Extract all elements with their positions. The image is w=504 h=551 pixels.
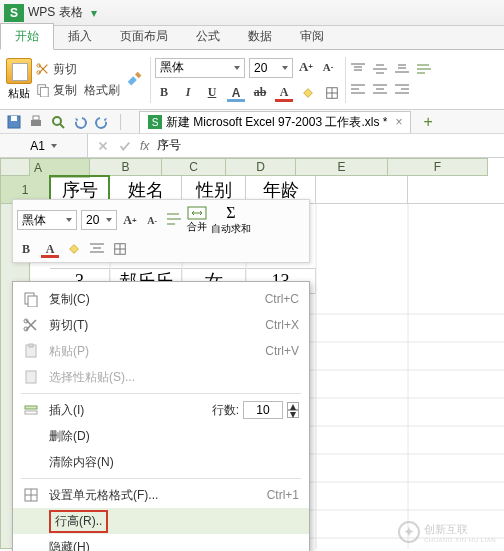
menu-copy-label: 复制(C): [49, 291, 90, 308]
menu-paste-shortcut: Ctrl+V: [265, 344, 299, 358]
menu-paste-special: 选择性粘贴(S)...: [13, 364, 309, 390]
align-left-icon[interactable]: [350, 83, 366, 97]
col-header-b[interactable]: B: [90, 158, 162, 176]
print-icon[interactable]: [28, 114, 44, 130]
copy-icon[interactable]: [36, 83, 50, 97]
document-tab[interactable]: S 新建 Microsoft Excel 97-2003 工作表.xls * ×: [139, 111, 411, 133]
formula-value[interactable]: 序号: [157, 137, 181, 154]
menu-insert-label: 插入(I): [49, 402, 84, 419]
watermark-line1: 创新互联: [424, 522, 496, 537]
rows-input[interactable]: [243, 401, 283, 419]
increase-font-button[interactable]: A+: [297, 58, 315, 76]
rows-spinner[interactable]: ▴▾: [287, 402, 299, 418]
clear-format-button[interactable]: A: [227, 84, 245, 102]
fx-label[interactable]: fx: [140, 139, 149, 153]
clipboard-special-icon: [23, 369, 39, 385]
align-top-icon[interactable]: [350, 63, 366, 77]
col-header-c[interactable]: C: [162, 158, 226, 176]
mini-size-select[interactable]: 20: [81, 210, 117, 230]
bold-button[interactable]: B: [155, 84, 173, 102]
svg-rect-32: [28, 296, 37, 307]
cancel-icon[interactable]: [96, 139, 110, 153]
menu-copy[interactable]: 复制(C)Ctrl+C: [13, 286, 309, 312]
font-color-button[interactable]: A: [275, 84, 293, 102]
font-size-select[interactable]: 20: [249, 58, 293, 78]
menu-cut-label: 剪切(T): [49, 317, 88, 334]
menu-format-cells[interactable]: 设置单元格格式(F)...Ctrl+1: [13, 482, 309, 508]
mini-wrap-icon[interactable]: [165, 211, 183, 229]
col-header-f[interactable]: F: [388, 158, 488, 176]
menu-cut[interactable]: 剪切(T)Ctrl+X: [13, 312, 309, 338]
border-button[interactable]: [323, 84, 341, 102]
tab-insert[interactable]: 插入: [54, 24, 106, 49]
svg-rect-9: [31, 120, 41, 126]
copy-fmt-row: 复制 格式刷: [36, 82, 120, 99]
tab-data[interactable]: 数据: [234, 24, 286, 49]
cell-e1[interactable]: [316, 176, 408, 204]
menu-hide[interactable]: 隐藏(H): [13, 534, 309, 551]
tab-start[interactable]: 开始: [0, 23, 54, 50]
svg-rect-39: [25, 411, 37, 414]
mini-fill[interactable]: [65, 240, 83, 258]
col-header-d[interactable]: D: [226, 158, 296, 176]
svg-rect-10: [33, 116, 39, 120]
name-box[interactable]: A1: [0, 134, 88, 157]
mini-fontcolor[interactable]: A: [41, 240, 59, 258]
app-menu-dropdown[interactable]: ▾: [83, 2, 105, 24]
strike-button[interactable]: ab: [251, 84, 269, 102]
font-name-select[interactable]: 黑体: [155, 58, 245, 78]
align-middle-icon[interactable]: [372, 63, 388, 77]
mini-decrease-font[interactable]: A-: [143, 211, 161, 229]
fill-color-button[interactable]: [299, 84, 317, 102]
mini-font-select[interactable]: 黑体: [17, 210, 77, 230]
confirm-icon[interactable]: [118, 139, 132, 153]
doc-close-button[interactable]: ×: [395, 115, 402, 129]
col-header-e[interactable]: E: [296, 158, 388, 176]
svg-rect-3: [40, 87, 48, 97]
select-all-corner[interactable]: [0, 158, 30, 176]
tab-page-layout[interactable]: 页面布局: [106, 24, 182, 49]
format-painter-label[interactable]: 格式刷: [84, 82, 120, 99]
mini-merge-button[interactable]: 合并: [187, 206, 207, 234]
clipboard-icon: [23, 343, 39, 359]
align-bottom-icon[interactable]: [394, 63, 410, 77]
mini-border[interactable]: [111, 240, 129, 258]
format-painter-icon[interactable]: [124, 69, 146, 91]
menu-hide-label: 隐藏(H): [49, 539, 90, 552]
mini-size-value: 20: [86, 213, 99, 227]
redo-icon[interactable]: [94, 114, 110, 130]
menu-delete[interactable]: 删除(D): [13, 423, 309, 449]
mini-autosum-button[interactable]: Σ 自动求和: [211, 204, 251, 236]
mini-bold[interactable]: B: [17, 240, 35, 258]
underline-button[interactable]: U: [203, 84, 221, 102]
menu-delete-label: 删除(D): [49, 428, 90, 445]
mini-align[interactable]: [89, 242, 105, 256]
menu-row-height[interactable]: 行高(R)..: [13, 508, 309, 534]
copy-label[interactable]: 复制: [53, 82, 77, 99]
undo-icon[interactable]: [72, 114, 88, 130]
sigma-icon: Σ: [211, 204, 251, 222]
menu-insert[interactable]: 插入(I) 行数: ▴▾: [13, 397, 309, 423]
decrease-font-button[interactable]: A-: [319, 58, 337, 76]
doc-title: 新建 Microsoft Excel 97-2003 工作表.xls *: [166, 114, 387, 131]
add-tab-button[interactable]: +: [423, 113, 432, 131]
tab-formula[interactable]: 公式: [182, 24, 234, 49]
cut-button[interactable]: 剪切: [36, 61, 120, 78]
save-icon[interactable]: [6, 114, 22, 130]
paste-label[interactable]: 粘贴: [8, 86, 30, 101]
preview-icon[interactable]: [50, 114, 66, 130]
wrap-text-icon[interactable]: [416, 63, 432, 77]
format-cells-icon: [23, 487, 39, 503]
paste-icon[interactable]: [6, 58, 32, 84]
app-name: WPS 表格: [28, 4, 83, 21]
italic-button[interactable]: I: [179, 84, 197, 102]
menu-clear-label: 清除内容(N): [49, 454, 114, 471]
align-right-icon[interactable]: [394, 83, 410, 97]
font-style-row: B I U A ab A: [155, 84, 341, 102]
mini-increase-font[interactable]: A+: [121, 211, 139, 229]
tab-review[interactable]: 审阅: [286, 24, 338, 49]
align-center-icon[interactable]: [372, 83, 388, 97]
menu-clear[interactable]: 清除内容(N): [13, 449, 309, 475]
menu-row-height-label: 行高(R)..: [49, 510, 108, 533]
cell-f1[interactable]: [408, 176, 504, 204]
